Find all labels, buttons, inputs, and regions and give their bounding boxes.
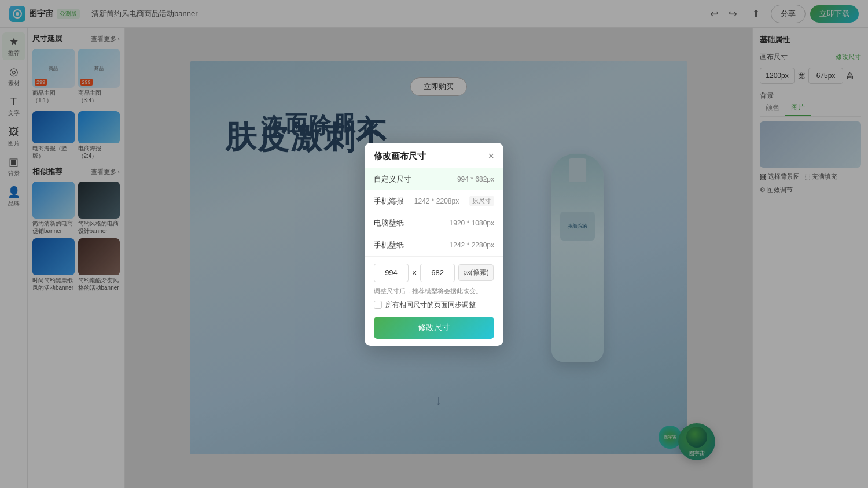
modal-overlay[interactable]: 修改画布尺寸 × 自定义尺寸 994 * 682px 手机海报 1242 * 2…	[0, 0, 868, 488]
size-option-desktop-wallpaper[interactable]: 电脑壁纸 1920 * 1080px	[365, 212, 503, 234]
size-option-mobile-wallpaper[interactable]: 手机壁纸 1242 * 2280px	[365, 234, 503, 256]
sync-checkbox[interactable]	[374, 301, 382, 309]
x-separator: ×	[412, 268, 417, 278]
dialog-height-input[interactable]	[420, 264, 455, 282]
confirm-resize-button[interactable]: 修改尺寸	[374, 317, 494, 339]
resize-dialog: 修改画布尺寸 × 自定义尺寸 994 * 682px 手机海报 1242 * 2…	[365, 143, 503, 346]
dialog-hint: 调整尺寸后，推荐模型将会据此改变。	[374, 287, 494, 295]
px-label: px(像素)	[458, 264, 494, 281]
size-option-custom[interactable]: 自定义尺寸 994 * 682px	[365, 168, 503, 190]
dialog-footer: × px(像素) 调整尺寸后，推荐模型将会据此改变。 所有相同尺寸的页面同步调整…	[365, 256, 503, 346]
dialog-close-button[interactable]: ×	[488, 151, 494, 161]
dialog-header: 修改画布尺寸 ×	[365, 143, 503, 168]
dialog-width-input[interactable]	[374, 264, 409, 282]
size-option-mobile-poster[interactable]: 手机海报 1242 * 2208px 原尺寸	[365, 190, 503, 212]
custom-size-inputs: × px(像素)	[374, 264, 494, 282]
dialog-title: 修改画布尺寸	[374, 151, 426, 162]
dialog-body: 自定义尺寸 994 * 682px 手机海报 1242 * 2208px 原尺寸…	[365, 168, 503, 256]
sync-checkbox-row: 所有相同尺寸的页面同步调整	[374, 300, 494, 310]
sync-label: 所有相同尺寸的页面同步调整	[385, 300, 476, 310]
